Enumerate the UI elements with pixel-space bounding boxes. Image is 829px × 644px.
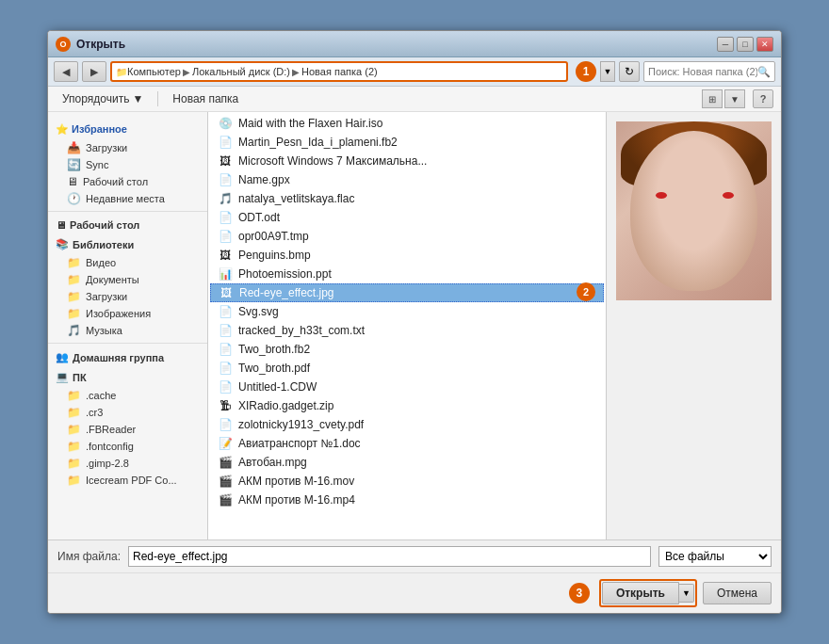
address-row: ◀ ▶ 📁 Компьютер ▶ Локальный диск (D:) ▶ … [48, 57, 781, 87]
docs-icon: 📁 [67, 273, 81, 286]
filetype-select[interactable]: Все файлы [658, 546, 772, 567]
file-icon: 📄 [218, 418, 233, 431]
file-item[interactable]: 📄ODT.odt [210, 208, 604, 227]
sidebar-homegroup-header[interactable]: 👥 Домашняя группа [48, 347, 207, 367]
open-dropdown-button[interactable]: ▼ [679, 584, 694, 603]
refresh-button[interactable]: ↻ [619, 61, 640, 82]
open-button[interactable]: Открыть [602, 582, 679, 604]
file-item[interactable]: 🖼Microsoft Windows 7 Максимальна... [210, 152, 604, 170]
window-controls: ─ □ ✕ [717, 37, 773, 52]
downloads-icon: 📥 [67, 141, 81, 154]
video-icon: 📁 [67, 256, 81, 269]
search-icon: 🔍 [757, 66, 771, 78]
file-item[interactable]: 📄Svg.svg [210, 302, 604, 321]
file-name: Автобан.mpg [238, 456, 596, 469]
sidebar-item-icecream[interactable]: 📁 Icecream PDF Co... [48, 472, 207, 489]
view-large-icons-button[interactable]: ⊞ [702, 89, 723, 108]
file-item[interactable]: 🗜XIRadio.gadget.zip [210, 396, 604, 415]
sidebar-item-desktop-fav[interactable]: 🖥 Рабочий стол [48, 173, 207, 190]
path-icon: 📁 [116, 67, 127, 77]
file-list: 💿Maid with the Flaxen Hair.iso📄Martin_Pe… [208, 112, 606, 511]
file-item[interactable]: 📄Martin_Pesn_Ida_i_plameni.fb2 [210, 133, 604, 152]
sidebar-item-gimp[interactable]: 📁 .gimp-2.8 [48, 455, 207, 472]
search-box[interactable]: 🔍 [643, 61, 775, 82]
sync-icon: 🔄 [67, 158, 81, 171]
sidebar-favorites-header[interactable]: ⭐ Избранное [48, 120, 207, 139]
file-item[interactable]: 💿Maid with the Flaxen Hair.iso [210, 114, 604, 133]
file-name: АКМ против М-16.mp4 [238, 493, 596, 507]
sidebar-item-music[interactable]: 🎵 Музыка [48, 322, 207, 339]
view-dropdown-button[interactable]: ▼ [724, 89, 745, 108]
file-name: Two_broth.fb2 [238, 343, 596, 356]
sidebar-item-docs[interactable]: 📁 Документы [48, 271, 207, 288]
forward-button[interactable]: ▶ [82, 61, 106, 82]
address-path: Компьютер ▶ Локальный диск (D:) ▶ Новая … [127, 66, 378, 77]
file-item[interactable]: 📄Name.gpx [210, 170, 604, 189]
sidebar-item-downloads[interactable]: 📥 Загрузки [48, 139, 207, 156]
cancel-button[interactable]: Отмена [703, 582, 772, 604]
file-item[interactable]: 📄tracked_by_h33t_com.txt [210, 321, 604, 340]
file-name: Microsoft Windows 7 Максимальна... [238, 154, 596, 168]
sidebar-item-cache[interactable]: 📁 .cache [48, 387, 207, 404]
file-item[interactable]: 📊Photoemission.ppt [210, 265, 604, 283]
address-dropdown-button[interactable]: ▼ [600, 61, 615, 82]
file-name: Name.gpx [238, 173, 596, 186]
file-icon: 📄 [218, 324, 233, 337]
file-icon: 🎬 [218, 493, 233, 507]
file-item[interactable]: 📄zolotnicky1913_cvety.pdf [210, 415, 604, 434]
badge-1: 1 [576, 61, 596, 82]
maximize-button[interactable]: □ [737, 37, 754, 52]
sidebar-item-recent[interactable]: 🕐 Недавние места [48, 190, 207, 207]
minimize-button[interactable]: ─ [717, 37, 734, 52]
fbreader-icon: 📁 [67, 423, 81, 436]
file-item[interactable]: 📄Two_broth.pdf [210, 359, 604, 378]
gimp-icon: 📁 [67, 457, 81, 470]
sidebar-item-fontconfig[interactable]: 📁 .fontconfig [48, 438, 207, 455]
sidebar-item-images[interactable]: 📁 Изображения [48, 305, 207, 322]
help-button[interactable]: ? [753, 89, 773, 108]
organize-button[interactable]: Упорядочить ▼ [56, 89, 150, 108]
file-item[interactable]: 📄Two_broth.fb2 [210, 340, 604, 359]
path-part-2[interactable]: Локальный диск (D:) [192, 66, 290, 77]
open-button-group: Открыть ▼ [599, 579, 697, 607]
music-icon: 🎵 [67, 324, 81, 337]
sidebar-item-sync[interactable]: 🔄 Sync [48, 156, 207, 173]
file-item[interactable]: 🖼Penguins.bmp [210, 246, 604, 265]
sidebar-item-video[interactable]: 📁 Видео [48, 254, 207, 271]
path-part-1[interactable]: Компьютер [127, 66, 181, 77]
preview-image [616, 121, 772, 300]
path-part-3[interactable]: Новая папка (2) [301, 66, 378, 77]
file-item[interactable]: 🖼Red-eye_effect.jpg2 [210, 283, 604, 302]
sidebar-item-cr3[interactable]: 📁 .cr3 [48, 404, 207, 421]
file-item[interactable]: 📄opr00A9T.tmp [210, 227, 604, 246]
sidebar-computer-header[interactable]: 💻 ПК [48, 367, 207, 387]
face-element [630, 131, 757, 291]
filename-input[interactable] [128, 546, 651, 567]
file-name: XIRadio.gadget.zip [238, 399, 596, 412]
file-item[interactable]: 🎬АКМ против М-16.mov [210, 472, 604, 491]
address-bar[interactable]: 📁 Компьютер ▶ Локальный диск (D:) ▶ Нова… [110, 61, 568, 82]
file-name: Photoemission.ppt [238, 267, 596, 281]
sidebar-desktop-header[interactable]: 🖥 Рабочий стол [48, 216, 207, 234]
organize-dropdown-icon: ▼ [132, 92, 143, 105]
file-item[interactable]: 📄Untitled-1.CDW [210, 378, 604, 396]
close-button[interactable]: ✕ [756, 37, 773, 52]
new-folder-button[interactable]: Новая папка [166, 89, 245, 108]
file-item[interactable]: 🎵natalya_vetlitskaya.flac [210, 189, 604, 208]
back-button[interactable]: ◀ [54, 61, 78, 82]
file-icon: 🎵 [218, 192, 233, 205]
search-input[interactable] [648, 66, 757, 77]
file-item[interactable]: 🎬АКМ против М-16.mp4 [210, 491, 604, 509]
file-item[interactable]: 🎬Автобан.mpg [210, 453, 604, 472]
file-name: zolotnicky1913_cvety.pdf [238, 418, 596, 431]
file-name: Untitled-1.CDW [238, 380, 596, 394]
dialog-window: O Открыть ─ □ ✕ ◀ ▶ 📁 Компьютер ▶ Локаль… [47, 30, 782, 614]
eye-right [723, 192, 734, 199]
file-icon: 📝 [218, 437, 233, 450]
cache-icon: 📁 [67, 389, 81, 402]
sidebar-item-dl[interactable]: 📁 Загрузки [48, 288, 207, 305]
file-item[interactable]: 📝Авиатранспорт №1.doc [210, 434, 604, 453]
sidebar-item-fbreader[interactable]: 📁 .FBReader [48, 421, 207, 438]
sidebar-libraries-header[interactable]: 📚 Библиотеки [48, 234, 207, 254]
file-icon: 🎬 [218, 456, 233, 469]
